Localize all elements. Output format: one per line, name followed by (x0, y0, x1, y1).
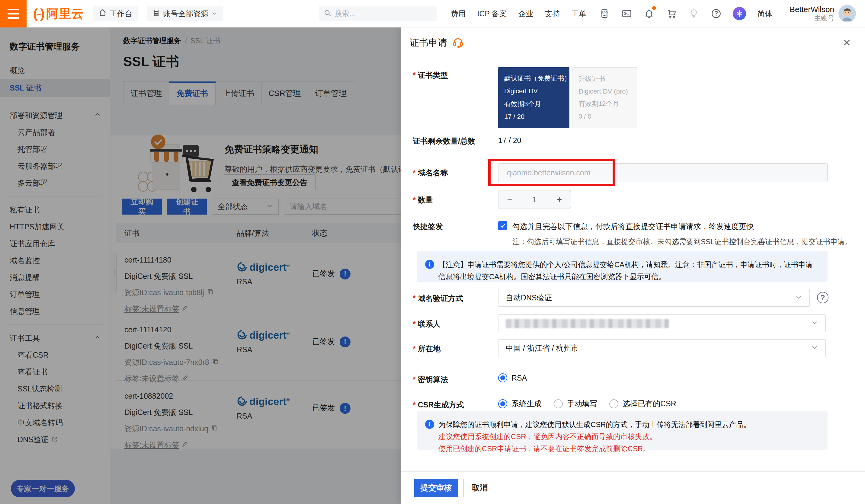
nav-divider (782, 4, 782, 23)
submit-review-button[interactable]: 提交审核 (414, 479, 458, 497)
cancel-button[interactable]: 取消 (463, 479, 496, 497)
chevron-down-icon (811, 319, 818, 328)
field-label-quick-issue: 快捷签发 (413, 222, 443, 232)
radio-rsa[interactable] (498, 373, 507, 383)
user-role: 主账号 (790, 14, 834, 23)
cert-type-card-default[interactable]: 默认证书（免费证书） Digicert DV 有效期3个月 17 / 20 (498, 67, 569, 128)
csr-note-line2: 建议您使用系统创建的CSR，避免因内容不正确而导致的审核失败。 (438, 431, 819, 443)
drawer-form: 证书类型 默认证书（免费证书） Digicert DV 有效期3个月 17 / … (401, 58, 865, 471)
help-question-icon[interactable]: ? (817, 292, 829, 303)
contact-value-blurred (506, 319, 669, 328)
plus-button[interactable]: + (555, 195, 564, 204)
field-label-csr-method: CSR生成方式 (413, 400, 464, 410)
language-toggle[interactable]: 简体 (758, 9, 773, 19)
home-icon (99, 9, 106, 19)
dns-method-select[interactable]: 自动DNS验证 (498, 289, 810, 307)
drawer-title: 证书申请 (410, 36, 447, 49)
quantity-value: 1 (533, 195, 537, 204)
cart-icon[interactable] (666, 8, 677, 19)
avatar[interactable] (839, 5, 856, 22)
ca-notice-text: 【注意】申请证书需要将您提供的个人/公司信息提交给CA机构，请知悉。注意：非国产… (438, 260, 813, 281)
account-menu[interactable]: BetterWilson 主账号 (790, 4, 856, 23)
nav-links: 费用 ICP 备案 企业 支持 工单 (450, 9, 586, 19)
drawer-header: 证书申请 (401, 27, 865, 58)
field-label-cert-type: 证书类型 (413, 70, 448, 80)
user-name: BetterWilson (790, 4, 834, 14)
quick-issue-checkbox[interactable] (498, 221, 507, 230)
account-resources-dropdown[interactable]: 账号全部资源 (147, 6, 223, 21)
chevron-down-icon (795, 293, 802, 302)
info-icon: i (425, 260, 434, 269)
csr-note-line1: 为保障您的证书顺利申请，建议您使用默认生成CSR的方式，手动上传将无法部署到阿里… (438, 419, 819, 431)
nav-icon-group: APP (599, 7, 746, 20)
notification-badge (652, 6, 656, 10)
svg-text:APP: APP (601, 11, 608, 14)
hamburger-menu-icon[interactable] (0, 0, 26, 27)
ca-notice-box: i 【注意】申请证书需要将您提供的个人/公司信息提交给CA机构，请知悉。注意：非… (417, 251, 828, 282)
chevron-down-icon (211, 9, 217, 18)
region-select[interactable]: 中国 / 浙江省 / 杭州市 (498, 339, 826, 357)
csr-notice-box: i 为保障您的证书顺利申请，建议您使用默认生成CSR的方式，手动上传将无法部署到… (417, 411, 828, 450)
search-input[interactable] (335, 9, 425, 18)
key-algo-options: RSA (498, 373, 527, 383)
csr-method-options: 系统生成 手动填写 选择已有的CSR (498, 399, 676, 409)
remaining-value: 17 / 20 (498, 136, 521, 145)
resource-list-icon (153, 9, 160, 18)
csr-note-line3: 使用已创建的CSR申请证书，请不要在证书签发完成前删除CSR。 (438, 443, 819, 455)
search-icon (324, 9, 332, 18)
nav-link-billing[interactable]: 费用 (450, 9, 465, 19)
radio-manual-fill[interactable] (554, 399, 563, 408)
aliyun-console-page: (-) 阿里云 工作台 账号全部资源 费用 ICP 备案 企业 支持 工单 AP… (0, 0, 865, 504)
quick-issue-text: 勾选并且完善以下信息，付款后将直接提交证书申请请求，签发速度更快 (512, 222, 754, 232)
notifications-bell-icon[interactable] (643, 8, 655, 19)
field-label-dns-method: 域名验证方式 (413, 293, 463, 303)
close-icon[interactable] (841, 36, 853, 49)
field-label-contact: 联系人 (413, 319, 440, 329)
chevron-down-icon (811, 344, 818, 353)
radio-system-generate[interactable] (498, 399, 507, 408)
domain-name-input[interactable] (498, 163, 828, 182)
minus-button[interactable]: − (505, 195, 514, 204)
field-label-quantity: 数量 (413, 195, 433, 205)
global-search[interactable] (319, 6, 437, 21)
quick-issue-note: 注：勾选后可填写证书信息，直接提交审核。未勾选需要到SSL证书控制台完善证书信息… (512, 237, 852, 247)
nav-link-enterprise[interactable]: 企业 (518, 9, 533, 19)
cert-type-card-upgrade[interactable]: 升级证书 Digicert DV (pro) 有效期12个月 0 / 0 (572, 67, 637, 128)
field-label-domain: 域名名称 (413, 168, 448, 178)
workbench-button[interactable]: 工作台 (93, 6, 138, 21)
aliyun-logo-mark-icon: (-) (33, 6, 44, 21)
radio-existing-csr[interactable] (609, 399, 618, 408)
ai-assistant-icon[interactable] (733, 7, 746, 20)
lightbulb-icon[interactable] (688, 8, 700, 19)
field-label-key-algo: 密钥算法 (413, 375, 448, 385)
contact-select[interactable] (498, 315, 826, 332)
field-label-remaining: 证书剩余数量/总数 (413, 136, 475, 146)
nav-link-icp[interactable]: ICP 备案 (477, 9, 507, 19)
aliyun-logo[interactable]: (-) 阿里云 (33, 5, 84, 22)
nav-link-tickets[interactable]: 工单 (572, 9, 587, 19)
quantity-stepper: − 1 + (498, 190, 571, 209)
terminal-icon[interactable] (621, 8, 633, 19)
aliyun-logo-text: 阿里云 (46, 5, 84, 22)
app-icon[interactable]: APP (599, 8, 610, 19)
field-label-region: 所在地 (413, 344, 440, 354)
top-nav: (-) 阿里云 工作台 账号全部资源 费用 ICP 备案 企业 支持 工单 AP… (0, 0, 865, 27)
drawer-footer: 提交审核 取消 (401, 471, 865, 504)
nav-link-support[interactable]: 支持 (545, 9, 560, 19)
cert-apply-drawer: 证书申请 证书类型 默认证书（免费证书） Digicert DV 有效期3个月 … (401, 27, 865, 504)
drawer-overlay-mask[interactable] (0, 27, 401, 504)
help-icon[interactable] (711, 8, 722, 19)
info-icon: i (425, 420, 434, 429)
headset-support-icon[interactable] (452, 36, 464, 49)
